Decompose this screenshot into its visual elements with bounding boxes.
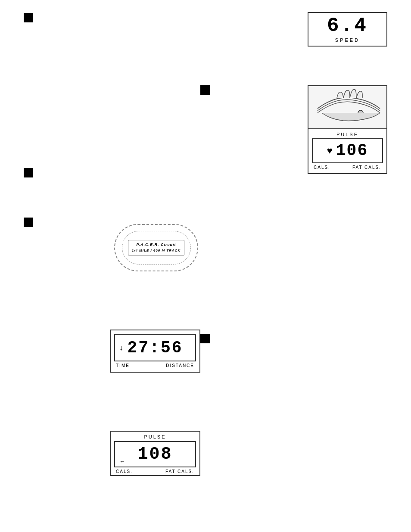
bullet-2 (200, 85, 210, 95)
bullet-4 (24, 218, 33, 227)
fat-cals-label: FAT CALS. (352, 165, 381, 170)
time-dist-arrow: ↓ (119, 343, 123, 352)
bullet-3 (24, 168, 33, 177)
speed-label: SPEED (335, 37, 360, 43)
pacer-label: P.A.C.E.R. Circuit 1/4 MILE / 400 M TRAC… (128, 240, 185, 255)
pulse2-cals-label: CALS. (116, 469, 133, 474)
bullet-1 (24, 13, 33, 22)
hand-illustration (308, 85, 387, 128)
pulse-inner: ♥ 106 (312, 138, 383, 163)
pulse2-bottom-labels: CALS. FAT CALS. (114, 469, 196, 474)
pacer-name: P.A.C.E.R. Circuit (137, 243, 176, 247)
pacer-track-inner: P.A.C.E.R. Circuit 1/4 MILE / 400 M TRAC… (122, 231, 191, 264)
pulse-bottom-labels: CALS. FAT CALS. (312, 165, 383, 170)
pulse2-display: PULSE ← 108 CALS. FAT CALS. (110, 431, 200, 476)
cals-label: CALS. (314, 165, 330, 170)
heart-icon: ♥ (327, 145, 333, 156)
time-distance-inner: ↓ 27:56 (114, 334, 196, 361)
pulse2-arrow: ← (119, 458, 125, 465)
pulse2-value: 108 (137, 445, 172, 464)
bullet-5 (200, 334, 210, 343)
pulse-box: PULSE ♥ 106 CALS. FAT CALS. (308, 128, 387, 174)
time-distance-value: 27:56 (127, 339, 183, 357)
pacer-subtitle: 1/4 MILE / 400 M TRACK (132, 249, 181, 252)
pulse-label: PULSE (312, 132, 383, 137)
time-distance-display: ↓ 27:56 TIME DISTANCE (110, 330, 200, 373)
pacer-circuit-track: P.A.C.E.R. Circuit 1/4 MILE / 400 M TRAC… (114, 224, 198, 271)
time-distance-labels: TIME DISTANCE (114, 363, 196, 368)
distance-label: DISTANCE (166, 363, 194, 368)
time-label: TIME (116, 363, 130, 368)
speed-display: 6.4 SPEED (308, 12, 387, 47)
pulse2-label: PULSE (114, 434, 196, 439)
pulse-value: 106 (336, 141, 368, 160)
speed-value: 6.4 (327, 16, 368, 36)
pulse2-inner: ← 108 (114, 441, 196, 467)
pulse-display-outer: PULSE ♥ 106 CALS. FAT CALS. (308, 85, 387, 174)
pulse2-fat-cals-label: FAT CALS. (165, 469, 194, 474)
